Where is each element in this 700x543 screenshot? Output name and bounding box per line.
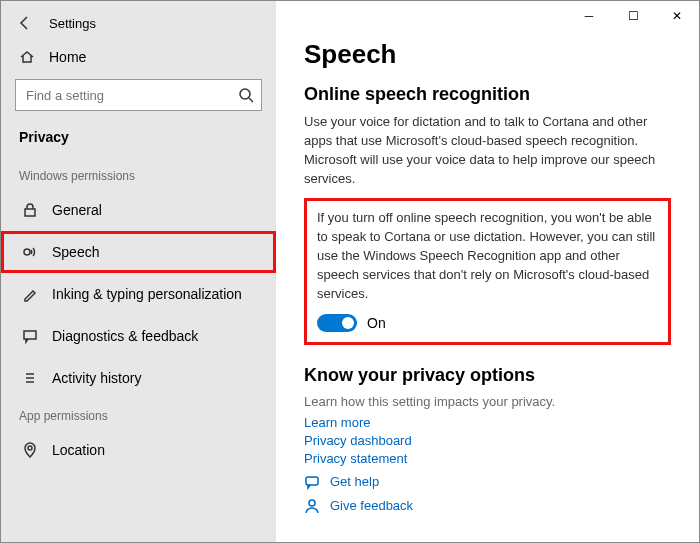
sidebar-item-diagnostics[interactable]: Diagnostics & feedback [1,315,276,357]
get-help-row[interactable]: Get help [304,474,671,490]
edit-icon [22,286,38,302]
minimize-button[interactable]: ─ [567,1,611,31]
list-icon [22,370,38,386]
highlighted-section: If you turn off online speech recognitio… [304,198,671,344]
main-content: ─ ☐ ✕ Speech Online speech recognition U… [276,1,699,542]
titlebar: ─ ☐ ✕ [567,1,699,31]
sidebar: Settings Home Privacy Windows permission… [1,1,276,542]
back-icon[interactable] [17,15,33,31]
search-input[interactable] [15,79,262,111]
speech-icon [22,244,38,260]
know-heading: Know your privacy options [304,365,671,386]
sidebar-item-inking[interactable]: Inking & typing personalization [1,273,276,315]
person-icon [304,498,320,514]
maximize-button[interactable]: ☐ [611,1,655,31]
svg-rect-1 [25,209,35,216]
link-privacy-statement[interactable]: Privacy statement [304,451,671,466]
page-title: Speech [304,39,671,70]
window-title: Settings [49,16,96,31]
online-speech-toggle[interactable] [317,314,357,332]
svg-point-6 [309,500,315,506]
sidebar-item-location[interactable]: Location [1,429,276,471]
sidebar-item-activity[interactable]: Activity history [1,357,276,399]
lock-icon [22,202,38,218]
toggle-state-label: On [367,315,386,331]
section-app-permissions: App permissions [1,399,276,429]
svg-point-2 [24,249,30,255]
section-heading: Online speech recognition [304,84,671,105]
search-icon [238,87,254,103]
home-label: Home [49,49,86,65]
link-learn-more[interactable]: Learn more [304,415,671,430]
chat-icon [304,474,320,490]
section-windows-permissions: Windows permissions [1,159,276,189]
svg-point-4 [28,446,32,450]
location-icon [22,442,38,458]
description-2: If you turn off online speech recognitio… [317,209,658,303]
close-button[interactable]: ✕ [655,1,699,31]
sidebar-item-general[interactable]: General [1,189,276,231]
svg-rect-5 [306,477,318,485]
know-subtext: Learn how this setting impacts your priv… [304,394,671,409]
link-privacy-dashboard[interactable]: Privacy dashboard [304,433,671,448]
give-feedback-row[interactable]: Give feedback [304,498,671,514]
description-1: Use your voice for dictation and to talk… [304,113,671,188]
search-box[interactable] [15,79,262,111]
svg-point-0 [240,89,250,99]
feedback-icon [22,328,38,344]
svg-rect-3 [24,331,36,339]
home-nav[interactable]: Home [1,41,276,73]
sidebar-item-speech[interactable]: Speech [1,231,276,273]
category-label: Privacy [1,123,276,159]
home-icon [19,49,35,65]
